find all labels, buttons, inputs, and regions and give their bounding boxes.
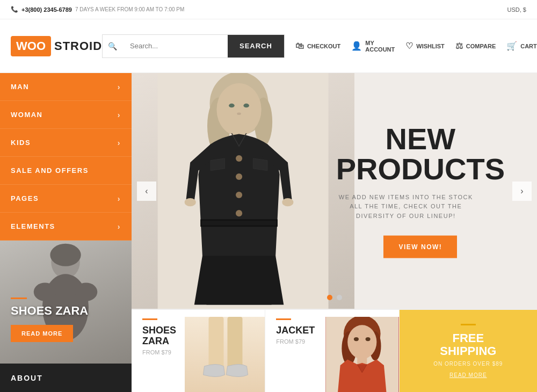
compare-label: COMPARE [466, 43, 496, 49]
hero-model-area [132, 73, 354, 309]
sidebar-promo-button[interactable]: READ MORE [11, 325, 73, 342]
sidebar-nav: MAN › WOMAN › KIDS › SALE AND OFFERS PAG… [0, 73, 132, 241]
svg-point-15 [236, 155, 242, 162]
sidebar-label-kids: KIDS [11, 139, 31, 147]
svg-point-22 [282, 198, 293, 206]
promo-accent-line [11, 297, 27, 299]
search-bar: 🔍 SEARCH [102, 34, 285, 58]
hero-subtitle: WE ADD NEW ITEMS INTO THE STOCK ALL THE … [336, 192, 476, 221]
checkout-icon: 🛍 [295, 41, 304, 51]
sidebar-promo-overlay: SHOES ZARA READ MORE [11, 297, 88, 342]
about-label: ABOUT [11, 374, 43, 382]
slider-prev-button[interactable]: ‹ [137, 182, 156, 201]
wishlist-label: WISHLIST [416, 43, 445, 49]
shoes-card-image [185, 317, 265, 392]
svg-point-21 [185, 198, 196, 206]
sidebar-item-kids[interactable]: KIDS › [0, 129, 132, 157]
sidebar-item-sale[interactable]: SALE AND OFFERS [0, 157, 132, 185]
card-shoes: SHOESZARA FROM $79 [132, 310, 265, 392]
sidebar-label-man: MAN [11, 83, 29, 91]
user-icon: 👤 [351, 41, 362, 51]
account-nav-item[interactable]: 👤 MY ACCOUNT [351, 40, 395, 53]
svg-point-29 [347, 325, 376, 359]
compare-icon: ⚖ [455, 41, 463, 51]
checkout-label: CHECKOUT [307, 43, 340, 49]
card-jacket: JACKET FROM $79 [265, 310, 399, 392]
search-button[interactable]: SEARCH [228, 35, 284, 57]
sidebar-item-woman[interactable]: WOMAN › [0, 101, 132, 129]
bottom-cards: SHOESZARA FROM $79 JACKET [132, 309, 537, 392]
heart-icon: ♡ [405, 41, 413, 51]
svg-point-11 [229, 104, 235, 108]
svg-point-13 [237, 112, 241, 115]
shipping-read-more-link[interactable]: READ MORE [449, 372, 487, 378]
svg-rect-20 [201, 221, 276, 226]
jacket-card-image [325, 317, 399, 392]
search-icon: 🔍 [103, 35, 122, 57]
sidebar-about[interactable]: ABOUT [0, 364, 132, 392]
svg-rect-23 [209, 317, 224, 368]
account-label: MY ACCOUNT [365, 40, 395, 53]
svg-point-12 [243, 104, 249, 108]
shipping-accent-line [461, 324, 476, 325]
chevron-right-icon: › [118, 111, 121, 119]
svg-point-30 [354, 337, 359, 341]
sidebar-label-pages: PAGES [11, 194, 39, 202]
chevron-right-icon: › [118, 83, 121, 91]
cart-label: CART [520, 43, 537, 49]
logo-stroid: STROID [51, 39, 102, 53]
hero-slider: NEW PRODUCTS WE ADD NEW ITEMS INTO THE S… [132, 73, 537, 309]
sidebar-item-man[interactable]: MAN › [0, 73, 132, 101]
sidebar-promo-title: SHOES ZARA [11, 304, 88, 317]
logo[interactable]: WOO STROID [11, 36, 91, 56]
wishlist-nav-item[interactable]: ♡ WISHLIST [405, 41, 445, 51]
slider-dot-1[interactable] [327, 295, 332, 300]
chevron-right-icon: › [118, 222, 121, 231]
sidebar-label-woman: WOMAN [11, 111, 43, 119]
card-shipping: FREE SHIPPING ON ORDERS OVER $89 READ MO… [400, 310, 537, 392]
svg-point-10 [216, 83, 261, 136]
svg-rect-24 [228, 317, 243, 368]
hero-area: NEW PRODUCTS WE ADD NEW ITEMS INTO THE S… [132, 73, 537, 392]
svg-point-1 [50, 244, 81, 266]
svg-point-18 [236, 210, 242, 216]
phone-number: +3(800) 2345-6789 [21, 6, 72, 13]
header-nav: 🛍 CHECKOUT 👤 MY ACCOUNT ♡ WISHLIST ⚖ COM… [295, 40, 537, 53]
logo-woo: WOO [11, 36, 51, 56]
slider-dot-2[interactable] [337, 295, 342, 300]
hero-model-svg [132, 73, 354, 309]
main-content: MAN › WOMAN › KIDS › SALE AND OFFERS PAG… [0, 73, 537, 392]
top-bar: 📞 +3(800) 2345-6789 7 DAYS A WEEK FROM 9… [0, 0, 537, 19]
sidebar: MAN › WOMAN › KIDS › SALE AND OFFERS PAG… [0, 73, 132, 392]
sidebar-item-elements[interactable]: ELEMENTS › [0, 213, 132, 241]
hero-title: NEW PRODUCTS [336, 124, 505, 184]
card-accent-jacket [276, 318, 291, 320]
sidebar-item-pages[interactable]: PAGES › [0, 185, 132, 213]
hero-cta-button[interactable]: VIEW NOW! [383, 236, 457, 258]
chevron-right-icon: › [118, 194, 121, 203]
shipping-subtitle: ON ORDERS OVER $89 [433, 361, 503, 367]
svg-point-17 [236, 192, 242, 198]
slider-next-button[interactable]: › [512, 182, 532, 201]
sidebar-promo: SHOES ZARA READ MORE [0, 241, 132, 364]
top-bar-left: 📞 +3(800) 2345-6789 7 DAYS A WEEK FROM 9… [11, 6, 184, 13]
sidebar-label-elements: ELEMENTS [11, 222, 55, 230]
cart-nav-item[interactable]: 🛒 CART 0 [506, 41, 537, 52]
hero-content: NEW PRODUCTS WE ADD NEW ITEMS INTO THE S… [336, 124, 505, 258]
compare-nav-item[interactable]: ⚖ COMPARE [455, 41, 496, 51]
business-hours: 7 DAYS A WEEK FROM 9:00 AM TO 7:00 PM [75, 6, 184, 12]
card-accent-shoes [142, 318, 157, 320]
sidebar-label-sale: SALE AND OFFERS [11, 166, 89, 175]
chevron-right-icon: › [118, 139, 121, 147]
search-input[interactable] [122, 35, 228, 57]
svg-point-16 [236, 173, 242, 180]
shipping-title: FREE SHIPPING [440, 332, 496, 358]
header: WOO STROID 🔍 SEARCH 🛍 CHECKOUT 👤 MY ACCO… [0, 19, 537, 73]
svg-point-31 [366, 337, 371, 341]
currency-selector[interactable]: USD, $ [507, 6, 526, 13]
cart-icon: 🛒 [506, 41, 517, 51]
slider-dots [327, 295, 342, 300]
checkout-nav-item[interactable]: 🛍 CHECKOUT [295, 41, 340, 51]
phone-icon: 📞 [11, 6, 18, 13]
